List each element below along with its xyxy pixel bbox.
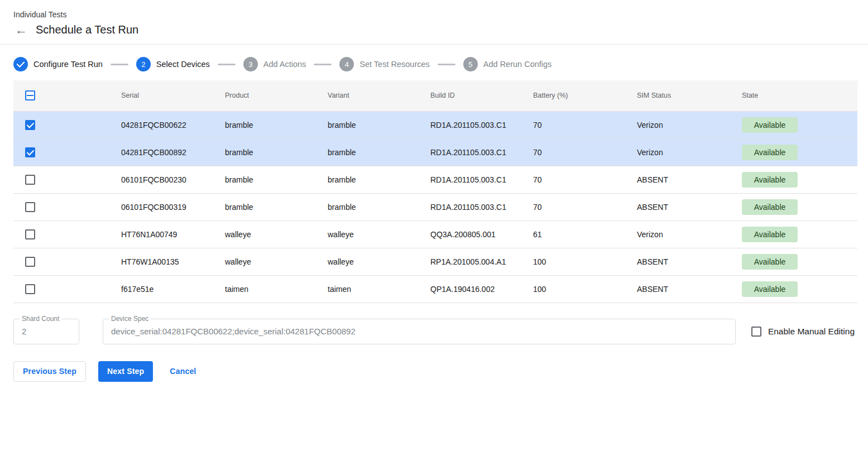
column-header-battery: Battery (%) <box>529 80 632 111</box>
enable-manual-editing-checkbox[interactable] <box>751 327 761 337</box>
step-connector <box>314 64 332 65</box>
table-row[interactable]: 04281FQCB00892 bramble bramble RD1A.2011… <box>13 138 857 166</box>
table-row[interactable]: 04281FQCB00622 bramble bramble RD1A.2011… <box>13 111 857 138</box>
cell-variant: walleye <box>323 248 426 275</box>
action-buttons: Previous Step Next Step Cancel <box>0 344 868 382</box>
cell-serial: 04281FQCB00892 <box>117 138 220 166</box>
shard-spec-form: Shard Count 2 Device Spec device_serial:… <box>0 303 868 344</box>
device-table: Serial Product Variant Build ID Battery … <box>13 80 857 303</box>
row-checkbox[interactable] <box>25 202 35 212</box>
cell-battery: 70 <box>529 138 632 166</box>
cell-build-id: RD1A.201105.003.C1 <box>426 193 529 220</box>
cell-build-id: QQ3A.200805.001 <box>426 220 529 248</box>
step-connector <box>438 64 455 65</box>
row-checkbox[interactable] <box>25 147 35 157</box>
row-checkbox[interactable] <box>25 120 35 130</box>
cell-sim-status: ABSENT <box>632 248 737 275</box>
step-label: Set Test Resources <box>359 60 429 69</box>
enable-manual-editing-toggle[interactable]: Enable Manual Editing <box>751 327 855 337</box>
column-header-serial: Serial <box>117 80 220 111</box>
step-connector <box>111 64 128 65</box>
table-header-row: Serial Product Variant Build ID Battery … <box>13 80 857 111</box>
state-badge: Available <box>742 281 798 297</box>
cell-product: bramble <box>220 138 323 166</box>
row-checkbox[interactable] <box>25 257 35 267</box>
breadcrumb: Individual Tests <box>13 10 855 19</box>
state-badge: Available <box>742 117 798 133</box>
previous-step-button[interactable]: Previous Step <box>13 361 86 382</box>
column-header-state: State <box>737 80 857 111</box>
cell-build-id: QP1A.190416.002 <box>426 275 529 303</box>
cell-battery: 61 <box>529 220 632 248</box>
column-header-sim-status: SIM Status <box>632 80 737 111</box>
cell-serial: 04281FQCB00622 <box>117 111 220 138</box>
step-configure-test-run[interactable]: Configure Test Run <box>13 57 103 71</box>
state-badge: Available <box>742 227 798 242</box>
step-select-devices[interactable]: 2 Select Devices <box>136 57 210 71</box>
state-badge: Available <box>742 145 798 160</box>
cell-serial: HT76W1A00135 <box>117 248 220 275</box>
cell-sim-status: Verizon <box>632 111 737 138</box>
shard-count-label: Shard Count <box>20 315 61 323</box>
device-spec-field[interactable]: Device Spec device_serial:04281FQCB00622… <box>103 319 736 344</box>
page-header: Individual Tests ← Schedule a Test Run <box>0 0 868 44</box>
cell-sim-status: ABSENT <box>632 193 737 220</box>
state-badge: Available <box>742 254 798 270</box>
step-label: Select Devices <box>156 60 210 69</box>
cell-battery: 70 <box>529 111 632 138</box>
shard-count-field[interactable]: Shard Count 2 <box>13 319 79 344</box>
row-checkbox[interactable] <box>25 284 35 294</box>
cell-battery: 100 <box>529 275 632 303</box>
cell-battery: 70 <box>529 166 632 193</box>
cell-battery: 100 <box>529 248 632 275</box>
cell-battery: 70 <box>529 193 632 220</box>
step-add-rerun-configs[interactable]: 5 Add Rerun Configs <box>463 57 552 71</box>
cell-serial: 06101FQCB00319 <box>117 193 220 220</box>
cell-build-id: RD1A.201105.003.C1 <box>426 111 529 138</box>
column-header-build-id: Build ID <box>426 80 529 111</box>
cell-product: walleye <box>220 220 323 248</box>
cell-variant: bramble <box>323 166 426 193</box>
cell-product: walleye <box>220 248 323 275</box>
cell-variant: bramble <box>323 111 426 138</box>
cell-serial: 06101FQCB00230 <box>117 166 220 193</box>
next-step-button[interactable]: Next Step <box>98 361 153 382</box>
cell-variant: walleye <box>323 220 426 248</box>
cell-product: bramble <box>220 193 323 220</box>
step-label: Add Actions <box>263 60 306 69</box>
step-number-icon: 2 <box>136 57 151 71</box>
cell-sim-status: Verizon <box>632 220 737 248</box>
step-add-actions[interactable]: 3 Add Actions <box>243 57 306 71</box>
row-checkbox[interactable] <box>25 175 35 185</box>
cell-variant: bramble <box>323 193 426 220</box>
step-set-test-resources[interactable]: 4 Set Test Resources <box>339 57 429 71</box>
cell-serial: HT76N1A00749 <box>117 220 220 248</box>
schedule-test-run-page: Individual Tests ← Schedule a Test Run C… <box>0 0 868 470</box>
column-header-variant: Variant <box>323 80 426 111</box>
step-number-icon: 3 <box>243 57 258 71</box>
cell-variant: bramble <box>323 138 426 166</box>
table-row[interactable]: 06101FQCB00319 bramble bramble RD1A.2011… <box>13 193 857 220</box>
table-row[interactable]: HT76N1A00749 walleye walleye QQ3A.200805… <box>13 220 857 248</box>
row-checkbox[interactable] <box>25 229 35 239</box>
cell-product: bramble <box>220 166 323 193</box>
cell-sim-status: ABSENT <box>632 275 737 303</box>
device-spec-value: device_serial:04281FQCB00622;device_seri… <box>111 327 356 336</box>
stepper: Configure Test Run 2 Select Devices 3 Ad… <box>0 45 868 80</box>
table-row[interactable]: 06101FQCB00230 bramble bramble RD1A.2011… <box>13 166 857 193</box>
step-number-icon: 4 <box>339 57 354 71</box>
column-header-product: Product <box>220 80 323 111</box>
table-row[interactable]: f617e51e taimen taimen QP1A.190416.002 1… <box>13 275 857 303</box>
cell-build-id: RD1A.201105.003.C1 <box>426 138 529 166</box>
shard-count-value: 2 <box>22 327 26 336</box>
cell-product: bramble <box>220 111 323 138</box>
cell-build-id: RD1A.201105.003.C1 <box>426 166 529 193</box>
table-row[interactable]: HT76W1A00135 walleye walleye RP1A.201005… <box>13 248 857 275</box>
cancel-button[interactable]: Cancel <box>165 361 200 382</box>
back-arrow-icon[interactable]: ← <box>15 24 28 36</box>
cell-variant: taimen <box>323 275 426 303</box>
cell-sim-status: Verizon <box>632 138 737 166</box>
page-title: Schedule a Test Run <box>36 23 138 36</box>
state-badge: Available <box>742 172 798 188</box>
select-all-checkbox[interactable] <box>25 90 35 100</box>
